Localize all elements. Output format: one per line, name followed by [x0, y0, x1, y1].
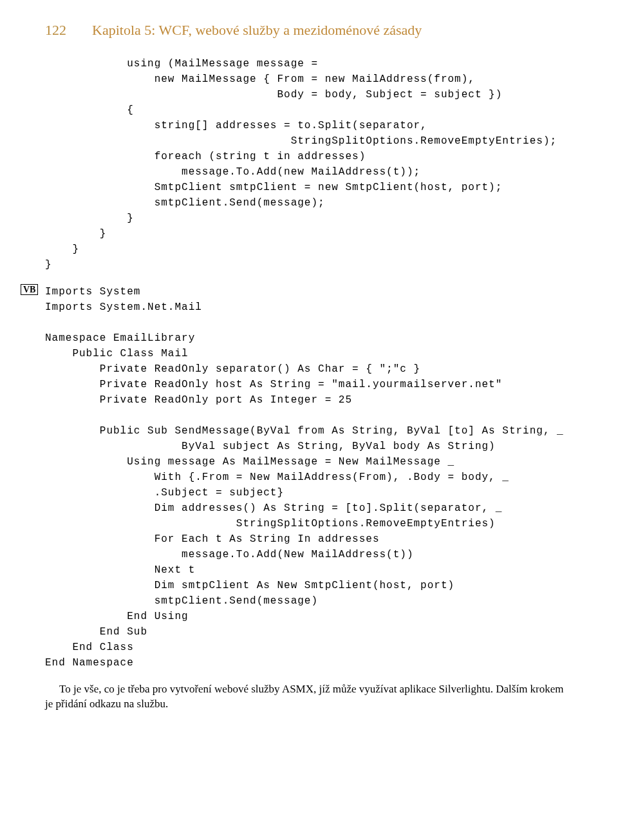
vb-language-badge-icon: VB [21, 284, 38, 295]
body-paragraph: To je vše, co je třeba pro vytvoření web… [45, 682, 573, 712]
vb-section: VB Imports System Imports System.Net.Mai… [45, 284, 573, 671]
page-number: 122 [45, 19, 66, 41]
csharp-code-block: using (MailMessage message = new MailMes… [45, 56, 573, 272]
page-header: 122 Kapitola 5: WCF, webové služby a mez… [45, 19, 573, 41]
chapter-title: Kapitola 5: WCF, webové služby a mezidom… [92, 19, 422, 41]
vb-code-block: Imports System Imports System.Net.Mail N… [45, 284, 573, 671]
